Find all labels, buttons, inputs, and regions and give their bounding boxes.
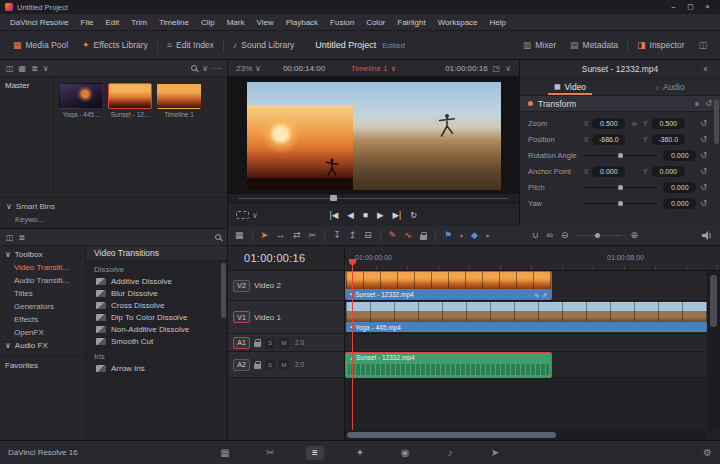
lock-icon[interactable] [254, 342, 261, 347]
list-view-icon[interactable]: ≣ [31, 64, 38, 73]
project-settings-gear-icon[interactable]: ⚙ [703, 447, 712, 458]
toolbox-header[interactable]: ∨ Toolbox [0, 248, 85, 261]
transition-non-additive-dissolve[interactable]: Non-Additive Dissolve [86, 324, 227, 336]
section-reset-icon[interactable]: ↺ [705, 99, 712, 108]
yaw-field[interactable]: 0.000 [663, 198, 696, 209]
reset-icon[interactable]: ↺ [700, 135, 707, 144]
maximize-button[interactable]: ▢ [683, 0, 698, 14]
solo-button[interactable]: S [265, 360, 275, 370]
sound-library-button[interactable]: ♪ Sound Library [226, 31, 301, 59]
jog-thumb[interactable] [330, 195, 337, 201]
flag-dropdown-icon[interactable]: ▾ [460, 232, 463, 239]
track-id-badge[interactable]: V2 [233, 280, 250, 292]
track-header-v2[interactable]: V2 Video 2 [228, 271, 345, 300]
menu-item-color[interactable]: Color [360, 18, 391, 27]
deliver-page-icon[interactable]: ➤ [486, 446, 504, 460]
timeline-zoom-slider[interactable] [576, 235, 622, 236]
rotation-angle-slider[interactable] [584, 150, 657, 161]
track-lane-a1[interactable] [345, 334, 720, 351]
vertical-scrollbar[interactable] [707, 271, 720, 430]
track-lane-a2[interactable]: ♪ Sunset - 12332.mp4 [345, 352, 720, 377]
menu-item-fusion[interactable]: Fusion [324, 18, 360, 27]
viewer-zoom-level[interactable]: 23% [236, 64, 252, 73]
mute-button[interactable]: M [279, 360, 289, 370]
menu-item-edit[interactable]: Edit [99, 18, 125, 27]
cut-page-icon[interactable]: ✂ [261, 446, 279, 460]
linked-selection-icon[interactable]: ∞ [546, 231, 552, 240]
grid-view-icon[interactable]: ▦ [19, 64, 27, 73]
menu-item-file[interactable]: File [75, 18, 100, 27]
rotation-angle-field[interactable]: 0.000 [663, 150, 696, 161]
media-page-icon[interactable]: ▦ [216, 446, 234, 460]
reset-icon[interactable]: ↺ [700, 183, 707, 192]
close-button[interactable]: × [700, 0, 715, 14]
menu-item-help[interactable]: Help [484, 18, 512, 27]
edit-index-button[interactable]: ≡ Edit Index [160, 31, 221, 59]
flag-icon[interactable]: ⚑ [444, 231, 452, 240]
sidebar-item-generators[interactable]: Generators [0, 300, 85, 313]
mute-button[interactable]: M [279, 338, 289, 348]
solo-button[interactable]: S [265, 338, 275, 348]
chevron-down-icon[interactable]: ∨ [202, 64, 208, 73]
menu-item-mark[interactable]: Mark [221, 18, 251, 27]
close-icon[interactable]: × [703, 64, 708, 74]
effects-library-button[interactable]: ✦ Effects Library [75, 31, 155, 59]
anchor-y-field[interactable]: 0.000 [652, 166, 685, 177]
fusion-page-icon[interactable]: ✦ [351, 446, 369, 460]
sidebar-item-audio-transitions[interactable]: Audio Transiti... [0, 274, 85, 287]
media-clip-timeline1[interactable]: Timeline 1 [157, 83, 201, 118]
lock-icon[interactable] [254, 364, 261, 369]
marker-dropdown-icon[interactable]: ▾ [486, 232, 489, 239]
slider-thumb[interactable] [618, 201, 623, 206]
favorites-header[interactable]: Favorites [0, 359, 85, 372]
viewer-stage[interactable] [228, 77, 519, 194]
bin-master[interactable]: Master [5, 81, 48, 90]
media-pool-button[interactable]: ▦ Media Pool [6, 31, 75, 59]
selection-tool-icon[interactable]: ➤ [261, 231, 269, 240]
menu-item-timeline[interactable]: Timeline [153, 18, 195, 27]
slider-thumb[interactable] [618, 185, 623, 190]
pitch-slider[interactable] [584, 182, 657, 193]
zoom-out-icon[interactable]: ⊖ [561, 231, 569, 240]
transition-cross-dissolve[interactable]: Cross Dissolve [86, 300, 227, 312]
timeline-clip-sunset-video[interactable]: ▪ Sunset - 12332.mp4 ∿ ⇗ [346, 272, 551, 299]
timeline-clip-sunset-audio[interactable]: ♪ Sunset - 12332.mp4 [346, 353, 551, 377]
mixer-button[interactable]: ▥ Mixer [516, 40, 563, 50]
media-clip-yoga[interactable]: Yoga - 445... [59, 83, 103, 118]
horizontal-scrollbar[interactable] [345, 430, 706, 440]
chevron-down-icon[interactable]: ∨ [252, 211, 258, 220]
transition-blur-dissolve[interactable]: Blur Dissolve [86, 288, 227, 300]
reset-icon[interactable]: ↺ [700, 119, 707, 128]
track-id-badge[interactable]: A1 [233, 337, 250, 349]
minimize-button[interactable]: – [666, 0, 681, 14]
transform-section-header[interactable]: Transform ↺ [520, 96, 720, 112]
menu-item-davinci-resolve[interactable]: DaVinci Resolve [4, 18, 75, 27]
fairlight-page-icon[interactable]: ♪ [441, 446, 459, 460]
menu-item-playback[interactable]: Playback [280, 18, 324, 27]
scrollbar-thumb[interactable] [710, 275, 717, 327]
anchor-x-field[interactable]: 0.000 [592, 166, 625, 177]
transition-additive-dissolve[interactable]: Additive Dissolve [86, 276, 227, 288]
dynamic-zoom-icon[interactable] [236, 211, 249, 219]
audio-monitor-icon[interactable] [702, 231, 713, 240]
panel-toggle-icon[interactable]: ◫ [6, 64, 14, 73]
chevron-down-icon[interactable]: ∨ [43, 64, 49, 73]
track-header-v1[interactable]: V1 Video 1 [228, 301, 345, 333]
transform-icon[interactable]: ⇗ [542, 291, 547, 298]
chevron-down-icon[interactable]: ∨ [255, 64, 261, 73]
scrollbar[interactable] [221, 263, 226, 438]
curve-tool-icon[interactable]: ∿ [404, 231, 412, 240]
next-clip-button[interactable]: ▶| [393, 210, 402, 220]
inspector-button[interactable]: ◨ Inspector [630, 40, 691, 50]
search-icon[interactable] [191, 65, 197, 71]
reset-icon[interactable]: ↺ [700, 167, 707, 176]
menu-item-view[interactable]: View [250, 18, 279, 27]
section-enable-toggle[interactable] [528, 101, 533, 106]
track-lane-v1[interactable]: ▪ Yoga - 445.mp4 [345, 301, 720, 333]
media-clip-sunset[interactable]: Sunset - 12... [108, 83, 152, 118]
transition-arrow-iris[interactable]: Arrow Iris [86, 363, 227, 375]
pitch-field[interactable]: 0.000 [663, 182, 696, 193]
loop-button[interactable]: ↻ [410, 210, 417, 220]
viewer-options-icon[interactable]: ◳ [493, 64, 501, 73]
previous-clip-button[interactable]: |◀ [330, 210, 339, 220]
